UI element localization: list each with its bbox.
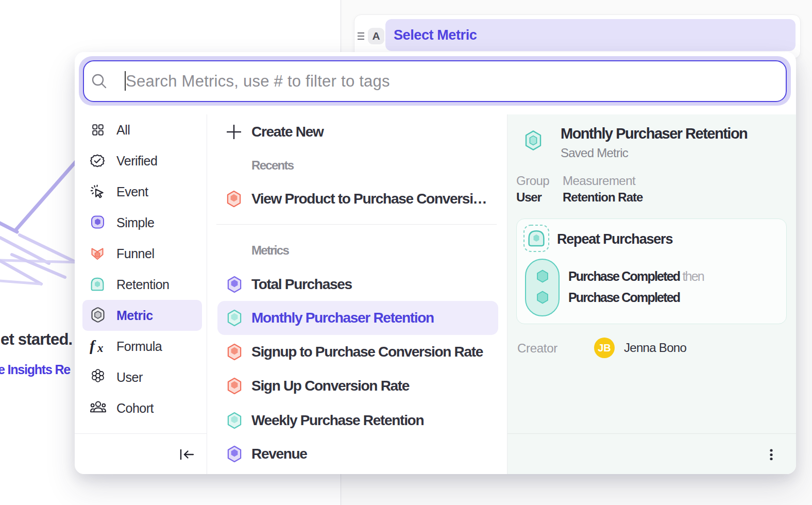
svg-text:f: f — [90, 338, 96, 354]
svg-text:x: x — [97, 342, 104, 355]
